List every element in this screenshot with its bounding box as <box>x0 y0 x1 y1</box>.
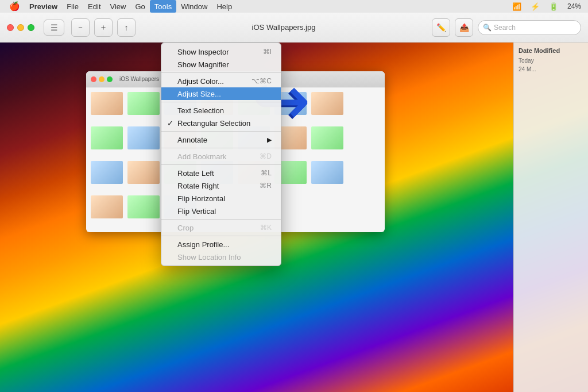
right-panel-header: Date Modified <box>519 47 583 54</box>
content-area: iOS Wallpapers <box>0 43 588 392</box>
shortcut-add-bookmark: ⌘D <box>260 152 272 160</box>
menu-label-flip-horizontal: Flip Horizontal <box>177 194 225 203</box>
thumb-7 <box>311 92 343 115</box>
separator-2 <box>161 102 281 102</box>
menu-label-crop: Crop <box>177 224 194 232</box>
menu-label-rotate-right: Rotate Right <box>177 182 219 190</box>
right-panel-item-2: 24 M... <box>519 65 583 74</box>
tools-dropdown-menu: Show Inspector ⌘I Show Magnifier Adjust … <box>161 43 281 266</box>
app-menu-go[interactable]: Go <box>130 0 149 13</box>
zoom-in-button[interactable]: ＋ <box>94 18 113 37</box>
shortcut-rotate-right: ⌘R <box>260 182 272 190</box>
checkmark-rectangular: ✓ <box>167 119 173 128</box>
thumb-8 <box>91 126 123 149</box>
finder-close <box>91 76 96 82</box>
menu-item-rotate-right[interactable]: Rotate Right ⌘R <box>161 179 281 192</box>
menu-label-adjust-color: Adjust Color... <box>177 77 224 86</box>
separator-4 <box>161 148 281 148</box>
separator-1 <box>161 72 281 73</box>
menu-item-show-inspector[interactable]: Show Inspector ⌘I <box>161 45 281 58</box>
app-menu-preview[interactable]: Preview <box>25 0 62 13</box>
app-menu-file[interactable]: File <box>62 0 83 13</box>
thumb-21 <box>311 161 343 184</box>
battery-percentage: 24% <box>565 2 583 10</box>
menu-item-adjust-color[interactable]: Adjust Color... ⌥⌘C <box>161 75 281 87</box>
shortcut-show-inspector: ⌘I <box>263 48 272 56</box>
shortcut-adjust-color: ⌥⌘C <box>252 77 272 85</box>
search-box[interactable]: 🔍 Search <box>478 20 581 35</box>
app-menu-view[interactable]: View <box>106 0 131 13</box>
thumb-16 <box>127 161 160 184</box>
thumb-23 <box>127 195 160 218</box>
separator-6 <box>161 219 281 220</box>
zoom-out-button[interactable]: － <box>71 18 90 37</box>
shortcut-crop: ⌘K <box>260 224 272 232</box>
menu-label-show-location-info: Show Location Info <box>177 253 241 262</box>
minimize-button[interactable] <box>17 24 24 31</box>
menu-item-annotate[interactable]: Annotate ▶ <box>161 133 281 146</box>
finder-fullscreen <box>107 76 113 82</box>
menu-item-flip-horizontal[interactable]: Flip Horizontal <box>161 192 281 205</box>
apple-menu[interactable]: 🍎 <box>5 1 25 11</box>
app-menu-edit[interactable]: Edit <box>83 0 105 13</box>
finder-title: iOS Wallpapers <box>119 76 159 82</box>
menu-label-flip-vertical: Flip Vertical <box>177 207 216 216</box>
menu-label-rectangular-selection: Rectangular Selection <box>177 119 250 128</box>
menu-label-annotate: Annotate <box>177 136 207 144</box>
menu-item-assign-profile[interactable]: Assign Profile... <box>161 238 281 251</box>
share2-button[interactable]: 📤 <box>455 18 473 37</box>
share-button[interactable]: ↑ <box>117 18 136 37</box>
separator-5 <box>161 164 281 165</box>
menu-item-rotate-left[interactable]: Rotate Left ⌘L <box>161 167 281 179</box>
thumb-14 <box>311 126 343 149</box>
app-menu-help[interactable]: Help <box>212 0 237 13</box>
main-content: iOS Wallpapers <box>0 43 588 392</box>
window-toolbar: ☰ － ＋ ↑ iOS Wallpapers.jpg ✏️ 📤 🔍 Search <box>0 13 588 43</box>
finder-minimize <box>99 76 105 82</box>
thumb-15 <box>91 161 123 184</box>
app-menu-tools[interactable]: Tools <box>150 0 176 13</box>
menu-item-text-selection[interactable]: Text Selection <box>161 104 281 117</box>
menu-item-crop[interactable]: Crop ⌘K <box>161 221 281 234</box>
menubar-right: 📶 ⚡ 🔋 24% <box>510 2 583 11</box>
preview-window: ☰ － ＋ ↑ iOS Wallpapers.jpg ✏️ 📤 🔍 Search… <box>0 13 588 392</box>
thumb-1 <box>91 92 123 115</box>
right-panel-item-1: Today <box>519 56 583 65</box>
separator-7 <box>161 236 281 236</box>
shortcut-rotate-left: ⌘L <box>261 169 272 177</box>
menu-item-show-magnifier[interactable]: Show Magnifier <box>161 58 281 71</box>
thumb-22 <box>91 195 123 218</box>
menu-label-text-selection: Text Selection <box>177 106 224 115</box>
traffic-lights <box>7 24 34 31</box>
separator-3 <box>161 131 281 132</box>
thumb-9 <box>127 126 160 149</box>
search-placeholder: Search <box>494 24 516 32</box>
submenu-arrow-annotate: ▶ <box>267 136 272 144</box>
menu-label-show-magnifier: Show Magnifier <box>177 60 229 69</box>
fullscreen-button[interactable] <box>28 24 34 31</box>
markup-button[interactable]: ✏️ <box>432 18 450 37</box>
window-title: iOS Wallpapers.jpg <box>152 23 416 32</box>
close-button[interactable] <box>7 24 14 31</box>
menu-label-adjust-size: Adjust Size... <box>177 90 221 98</box>
wifi-icon: 📶 <box>510 2 524 11</box>
menu-label-assign-profile: Assign Profile... <box>177 240 229 249</box>
menu-item-add-bookmark[interactable]: Add Bookmark ⌘D <box>161 150 281 163</box>
menu-item-rectangular-selection[interactable]: ✓ Rectangular Selection <box>161 117 281 129</box>
menu-item-flip-vertical[interactable]: Flip Vertical <box>161 205 281 217</box>
menu-label-rotate-left: Rotate Left <box>177 169 214 178</box>
bluetooth-icon: ⚡ <box>528 2 542 11</box>
menu-item-show-location-info[interactable]: Show Location Info <box>161 251 281 263</box>
search-icon: 🔍 <box>483 24 492 32</box>
menu-label-show-inspector: Show Inspector <box>177 48 229 56</box>
battery-icon: 🔋 <box>547 2 560 11</box>
menu-item-adjust-size[interactable]: Adjust Size... <box>161 87 281 100</box>
menubar: 🍎 Preview File Edit View Go Tools Window… <box>0 0 588 13</box>
app-menu-window[interactable]: Window <box>176 0 212 13</box>
thumb-2 <box>127 92 160 115</box>
right-panel: Date Modified Today 24 M... <box>513 43 588 392</box>
menu-label-add-bookmark: Add Bookmark <box>177 152 226 161</box>
sidebar-toggle-button[interactable]: ☰ <box>44 20 64 36</box>
